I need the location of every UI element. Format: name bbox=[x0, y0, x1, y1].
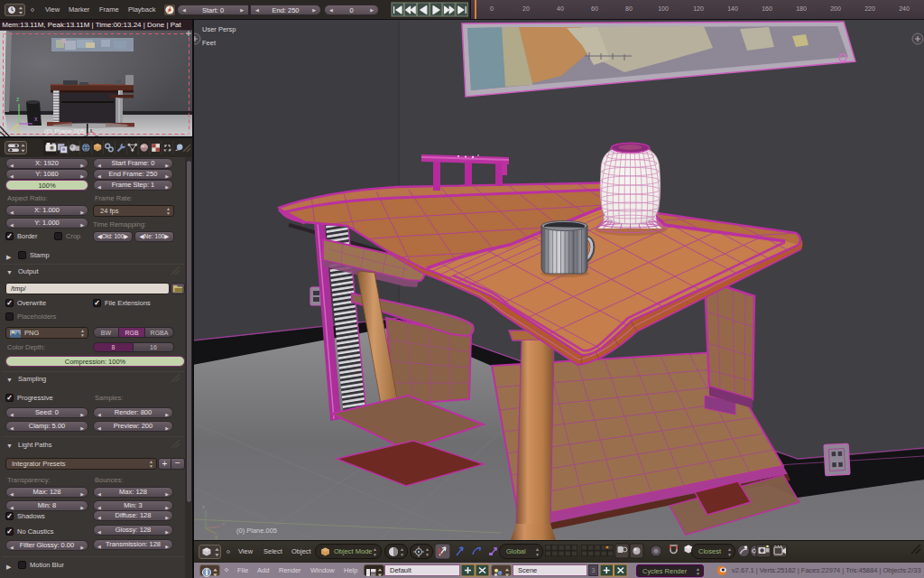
svg-text:User Persp: User Persp bbox=[202, 25, 236, 33]
svg-text:y: y bbox=[215, 534, 217, 539]
svg-text:x: x bbox=[222, 521, 225, 527]
svg-text:Feet: Feet bbox=[202, 39, 217, 47]
svg-text:z: z bbox=[202, 504, 205, 509]
svg-text:(0) Plane.005: (0) Plane.005 bbox=[236, 527, 277, 535]
svg-text:x: x bbox=[34, 116, 38, 122]
svg-text:z: z bbox=[16, 96, 20, 102]
svg-text:y: y bbox=[17, 127, 21, 135]
